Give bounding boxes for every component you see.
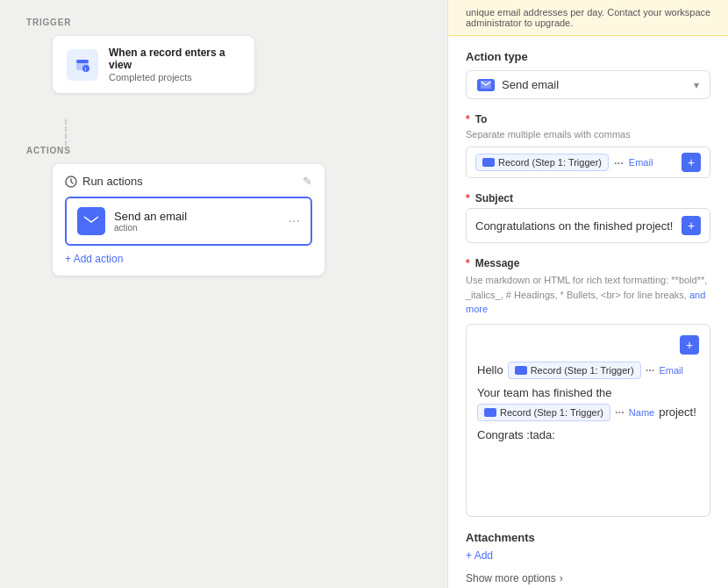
- hello-text: Hello: [477, 363, 503, 376]
- trigger-subtitle: Completed projects: [109, 72, 240, 82]
- to-tag-text: Record (Step 1: Trigger): [498, 157, 602, 168]
- add-attachment-button[interactable]: + Add: [466, 549, 710, 562]
- to-field-label: Email: [629, 157, 653, 168]
- message-team-row: Your team has finished the Record (Step …: [477, 386, 699, 421]
- left-panel: TRIGGER ! When a record enters a view Co…: [0, 0, 447, 588]
- trigger-card[interactable]: ! When a record enters a view Completed …: [53, 36, 254, 93]
- svg-rect-6: [83, 215, 99, 227]
- trigger-title: When a record enters a view: [109, 47, 240, 71]
- dot-sep-2: ···: [646, 363, 655, 376]
- msg-field2: Name: [629, 407, 654, 418]
- record-icon: [482, 158, 495, 167]
- actions-label: ACTIONS: [26, 146, 421, 155]
- subject-label: * Subject: [466, 192, 710, 204]
- subject-section: * Subject Congratulations on the finishe…: [466, 192, 710, 243]
- envelope-icon: [477, 79, 495, 91]
- actions-header: Run actions ✎: [65, 175, 312, 188]
- actions-card: Run actions ✎ Send an email action ···: [53, 164, 325, 276]
- trigger-label: TRIGGER: [26, 18, 421, 27]
- subject-text: Congratulations on the finished project!: [475, 219, 674, 233]
- svg-rect-2: [76, 60, 89, 63]
- to-plus-button[interactable]: +: [682, 153, 701, 172]
- right-panel: unique email addresses per day. Contact …: [447, 0, 728, 588]
- attachments-label: Attachments: [466, 531, 710, 544]
- message-section: * Message Use markdown or HTML for rich …: [466, 257, 710, 517]
- msg-tag-2: Record (Step 1: Trigger): [477, 404, 610, 421]
- action-name: Send an email: [114, 210, 280, 223]
- action-item[interactable]: Send an email action ···: [65, 197, 312, 246]
- dot-separator: ···: [614, 156, 624, 169]
- record-icon-msg2: [484, 408, 496, 417]
- message-label: * Message: [466, 257, 710, 269]
- chevron-down-icon: ▾: [694, 79, 699, 91]
- add-action-label: + Add action: [65, 253, 123, 265]
- to-tag-row[interactable]: Record (Step 1: Trigger) ··· Email +: [466, 147, 710, 178]
- send-email-label: Send email: [502, 78, 687, 91]
- dot-sep-3: ···: [615, 405, 625, 419]
- actions-section: ACTIONS Run actions ✎: [26, 146, 421, 276]
- message-congrats: Congrats :tada:: [477, 428, 699, 441]
- warning-bar: unique email addresses per day. Contact …: [448, 0, 728, 36]
- email-icon: [83, 213, 99, 229]
- add-label: + Add: [466, 549, 493, 562]
- attachments-section: Attachments + Add: [466, 531, 710, 562]
- add-action-button[interactable]: + Add action: [65, 253, 312, 265]
- trigger-icon: !: [67, 49, 98, 81]
- edit-icon[interactable]: ✎: [303, 175, 312, 188]
- to-sublabel: Separate multiple emails with commas: [466, 129, 710, 140]
- chevron-right-icon: ›: [560, 572, 563, 584]
- trigger-section: TRIGGER ! When a record enters a view Co…: [26, 18, 421, 93]
- project-suffix: project!: [659, 405, 696, 419]
- msg-tag2-text: Record (Step 1: Trigger): [500, 407, 603, 418]
- trigger-text: When a record enters a view Completed pr…: [109, 47, 240, 82]
- action-type-label: Action type: [466, 50, 710, 63]
- svg-text:!: !: [85, 66, 87, 71]
- to-record-tag: Record (Step 1: Trigger): [475, 154, 609, 171]
- message-plus-button[interactable]: +: [680, 335, 699, 355]
- message-box-top: +: [477, 335, 699, 355]
- msg-field1: Email: [659, 365, 683, 376]
- action-menu-icon[interactable]: ···: [289, 213, 300, 229]
- to-label: * To: [466, 113, 710, 125]
- message-hello-row: Hello Record (Step 1: Trigger) ··· Email: [477, 362, 699, 379]
- message-sublabel: Use markdown or HTML for rich text forma…: [466, 273, 710, 317]
- show-more-label: Show more options: [466, 572, 556, 584]
- action-type-dropdown[interactable]: Send email ▾: [466, 70, 710, 99]
- to-section: * To Separate multiple emails with comma…: [466, 113, 710, 178]
- msg-tag-1: Record (Step 1: Trigger): [508, 362, 641, 379]
- warning-text: unique email addresses per day. Contact …: [466, 7, 710, 28]
- actions-header-left: Run actions: [65, 175, 143, 188]
- team-text: Your team has finished the: [477, 386, 611, 399]
- run-actions-label: Run actions: [82, 175, 143, 188]
- record-icon-msg1: [515, 366, 527, 375]
- action-sublabel: action: [114, 223, 280, 233]
- message-box[interactable]: + Hello Record (Step 1: Trigger) ··· Ema…: [466, 324, 710, 517]
- email-icon-box: [77, 207, 105, 235]
- msg-tag1-text: Record (Step 1: Trigger): [531, 365, 634, 376]
- action-type-section: Action type Send email ▾: [466, 50, 710, 99]
- subject-input[interactable]: Congratulations on the finished project!…: [466, 208, 710, 243]
- clock-icon: [65, 176, 77, 188]
- subject-plus-button[interactable]: +: [682, 216, 701, 235]
- show-more-button[interactable]: Show more options ›: [466, 572, 710, 584]
- envelope-svg: [481, 81, 491, 89]
